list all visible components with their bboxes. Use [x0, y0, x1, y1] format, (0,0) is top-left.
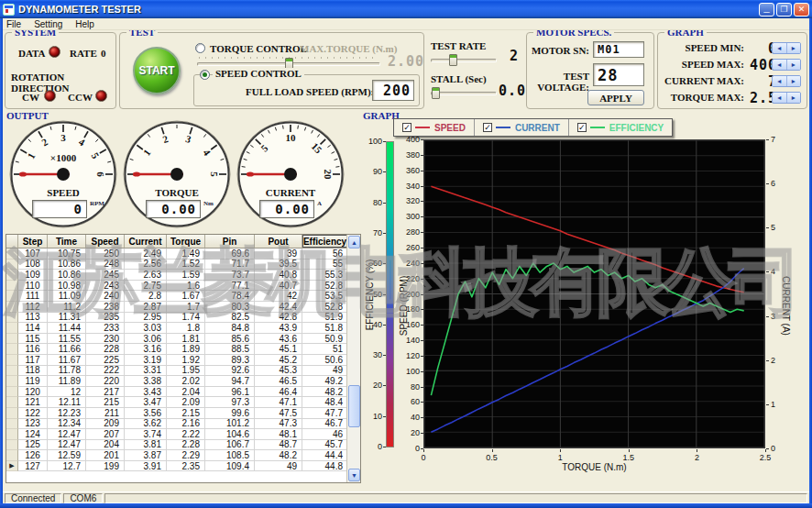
column-header-pin[interactable]: Pin: [205, 235, 255, 248]
column-header-efficiency[interactable]: Efficiency: [302, 235, 348, 248]
spinner-right-arrow[interactable]: ▸: [787, 93, 801, 103]
row-header[interactable]: ▶: [6, 461, 18, 472]
table-row[interactable]: 11010.982432.751.677.140.752.8: [6, 281, 360, 292]
row-header[interactable]: [6, 281, 18, 292]
legend-checkbox[interactable]: ✓: [402, 123, 411, 132]
table-row[interactable]: 11211.22382.871.780.342.452.8: [6, 302, 360, 313]
row-header[interactable]: [6, 387, 18, 398]
table-row[interactable]: 11611.662283.161.8988.545.151: [6, 344, 360, 355]
table-row[interactable]: 10810.862482.561.5271.739.555: [6, 260, 360, 271]
close-button[interactable]: ✕: [794, 3, 809, 17]
table-row[interactable]: 12312.342093.622.16101.247.346.7: [6, 419, 360, 430]
apply-button[interactable]: APPLY: [587, 90, 644, 105]
table-cell: 111: [18, 291, 48, 302]
table-row[interactable]: 11911.892203.382.0294.746.549.2: [6, 376, 360, 387]
menu-item-setting[interactable]: Setting: [34, 19, 62, 29]
table-row[interactable]: 12212.232113.562.1599.647.547.7: [6, 408, 360, 419]
test-rate-block: TEST RATE 2 STALL (Sec) 0.0: [429, 35, 526, 108]
column-header-time[interactable]: Time: [48, 235, 86, 248]
menu-item-file[interactable]: File: [6, 19, 21, 29]
table-row[interactable]: 11311.312352.951.7482.542.851.9: [6, 313, 360, 324]
row-header[interactable]: [6, 334, 18, 345]
row-header[interactable]: [6, 450, 18, 461]
row-header[interactable]: [6, 313, 18, 324]
row-header[interactable]: [6, 291, 18, 302]
gauge-unit: A: [317, 200, 322, 207]
row-header[interactable]: [6, 355, 18, 366]
table-row[interactable]: 12512.472043.812.28106.748.745.7: [6, 440, 360, 451]
restore-button[interactable]: ❐: [776, 3, 792, 17]
full-load-speed-input[interactable]: 200: [372, 80, 414, 101]
table-cell: 10.98: [48, 281, 86, 292]
column-header-speed[interactable]: Speed: [86, 235, 125, 248]
table-row[interactable]: 11111.092402.81.6778.44253.5: [6, 291, 360, 302]
test-panel: TEST START TORQUE CONTROL MAX.TORQUE (N.…: [119, 32, 424, 109]
legend-checkbox[interactable]: ✓: [577, 123, 587, 132]
row-header[interactable]: [6, 397, 18, 408]
chart-canvas: [424, 140, 764, 447]
row-header[interactable]: [6, 270, 18, 281]
torque-control-radio[interactable]: [195, 43, 205, 53]
slider-track[interactable]: [431, 92, 497, 95]
spinner-left-arrow[interactable]: ◂: [773, 76, 787, 86]
scroll-thumb[interactable]: [348, 385, 360, 427]
speed-control-radio[interactable]: [200, 70, 210, 80]
table-cell: 116: [18, 344, 48, 355]
row-header[interactable]: [6, 344, 18, 355]
scroll-down-button[interactable]: ▼: [348, 469, 360, 481]
table-row[interactable]: 12612.592013.872.29108.548.244.4: [6, 450, 360, 461]
row-header[interactable]: [6, 366, 18, 377]
table-cell: 1.6: [167, 281, 205, 292]
table-cell: 3.31: [125, 366, 167, 377]
column-header-pout[interactable]: Pout: [255, 235, 302, 248]
table-cell: 113: [18, 313, 48, 324]
spinner-right-arrow[interactable]: ▸: [787, 76, 801, 86]
column-header-torque[interactable]: Torque: [167, 235, 205, 248]
test-rate-slider[interactable]: [431, 53, 497, 66]
row-header[interactable]: [6, 429, 18, 440]
motor-sn-input[interactable]: M01: [593, 41, 644, 58]
menu-item-help[interactable]: Help: [75, 19, 94, 29]
table-cell: 11.44: [48, 323, 86, 334]
slider-thumb[interactable]: [432, 87, 440, 99]
table-cell: 53.5: [302, 291, 348, 302]
spinner-left-arrow[interactable]: ◂: [773, 60, 787, 70]
table-row[interactable]: 120122173.432.0496.146.448.2: [6, 387, 360, 398]
table-row[interactable]: 11811.782223.311.9592.645.349: [6, 366, 360, 377]
row-header[interactable]: [6, 302, 18, 313]
slider-track[interactable]: [431, 59, 497, 62]
row-header[interactable]: [6, 419, 18, 430]
spinner-right-arrow[interactable]: ▸: [787, 43, 801, 53]
column-header-step[interactable]: Step: [18, 235, 48, 248]
spinner-left-arrow[interactable]: ◂: [773, 43, 787, 53]
scroll-up-button[interactable]: ▲: [348, 236, 360, 248]
row-header[interactable]: [6, 376, 18, 387]
table-cell: 89.3: [205, 355, 255, 366]
row-header[interactable]: [6, 408, 18, 419]
row-header[interactable]: [6, 323, 18, 334]
table-cell: 228: [86, 344, 125, 355]
table-row[interactable]: 10910.862452.631.5973.740.855.3: [6, 270, 360, 281]
table-row[interactable]: 12112.112153.472.0997.347.148.4: [6, 397, 360, 408]
column-header-current[interactable]: Current: [125, 235, 167, 248]
table-row[interactable]: 12412.472073.742.22104.648.146: [6, 429, 360, 440]
spinner-left-arrow[interactable]: ◂: [773, 93, 787, 103]
table-scrollbar[interactable]: ▲ ▼: [346, 235, 360, 482]
stall-slider[interactable]: [431, 86, 497, 99]
row-header[interactable]: [6, 440, 18, 451]
legend-checkbox[interactable]: ✓: [483, 123, 492, 132]
table-cell: 109: [18, 270, 48, 281]
table-row[interactable]: 11411.442333.031.884.843.951.8: [6, 323, 360, 334]
slider-thumb[interactable]: [449, 54, 457, 66]
table-cell: 47.7: [302, 408, 348, 419]
test-voltage-input[interactable]: 28: [593, 63, 644, 86]
table-row[interactable]: ▶12712.71993.912.35109.44944.8: [6, 461, 360, 472]
spinner-right-arrow[interactable]: ▸: [787, 60, 801, 70]
table-row[interactable]: 10710.752502.491.4969.63956: [6, 248, 360, 260]
row-header[interactable]: [6, 248, 18, 260]
row-header[interactable]: [6, 260, 18, 271]
minimize-button[interactable]: ─: [759, 3, 774, 17]
table-row[interactable]: 11511.552303.061.8185.643.650.9: [6, 334, 360, 345]
start-button[interactable]: START: [133, 47, 181, 94]
table-row[interactable]: 11711.672253.191.9289.345.250.6: [6, 355, 360, 366]
